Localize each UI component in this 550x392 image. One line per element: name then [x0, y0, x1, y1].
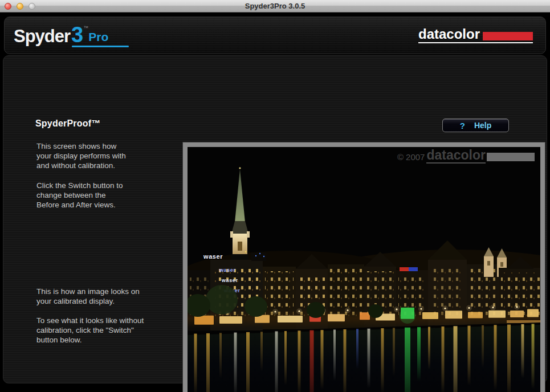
logo-spyder-text: Spyder — [14, 26, 70, 46]
preview-image: waser waser waser waser — [188, 147, 540, 392]
neon-sign-1: waser — [219, 267, 236, 273]
logo-three-text: 3 — [71, 23, 83, 47]
datacolor-red-bar — [483, 32, 533, 40]
calibrated-state-paragraph-1: This is how an image looks on your calib… — [36, 287, 140, 306]
intro-paragraph-1: This screen shows how your display perfo… — [36, 141, 126, 170]
neon-sign-2: waser — [221, 277, 238, 283]
datacolor-logo: datacolor — [418, 27, 533, 43]
watermark-copyright: © 2007 — [397, 152, 425, 164]
calibrated-state-paragraph-2: To see what it looks like without calibr… — [36, 316, 144, 345]
watermark: © 2007 datacolor — [397, 149, 535, 164]
page-title: SpyderProof™ — [35, 119, 100, 129]
app-header: Spyder3™Pro datacolor — [4, 17, 546, 54]
watermark-gray-bar — [487, 153, 535, 161]
spyder3pro-logo: Spyder3™Pro — [14, 23, 108, 49]
preview-image-frame: waser waser waser waser — [183, 142, 545, 392]
logo-underline-swoosh — [72, 46, 129, 47]
logo-pro-text: Pro — [88, 30, 108, 43]
window-titlebar: Spyder3Pro 3.0.5 — [0, 0, 550, 13]
help-button[interactable]: ? Help — [442, 119, 509, 132]
datacolor-logo-text: datacolor — [418, 27, 480, 41]
help-button-label: Help — [474, 121, 491, 130]
neon-sign-roof: waser — [203, 253, 223, 260]
content-panel: SpyderProof™ ? Help This screen shows ho… — [3, 55, 547, 383]
logo-tm-mark: ™ — [83, 25, 88, 31]
watermark-brand: datacolor — [426, 149, 486, 164]
night-cityscape-graphic: waser waser waser waser — [188, 147, 540, 392]
app-window: Spyder3Pro 3.0.5 Spyder3™Pro datacolor S… — [0, 0, 550, 392]
intro-paragraph-2: Click the Switch button to change betwee… — [36, 181, 123, 210]
help-question-icon: ? — [460, 121, 465, 130]
window-title: Spyder3Pro 3.0.5 — [0, 2, 550, 10]
